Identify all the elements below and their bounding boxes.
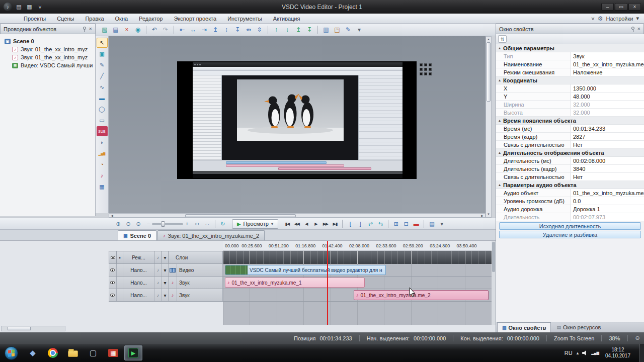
- zoom-selection-icon[interactable]: ⊙: [134, 219, 143, 228]
- menu-item-3[interactable]: Правка: [79, 14, 109, 23]
- language-indicator[interactable]: RU: [565, 350, 573, 356]
- tool-add-sprite-icon[interactable]: ▣: [97, 49, 108, 59]
- maximize-button[interactable]: ▭: [615, 3, 627, 11]
- export-icon[interactable]: ◳: [332, 25, 342, 35]
- align-right-icon[interactable]: ⇥: [199, 25, 209, 35]
- move-up-icon[interactable]: ↑: [271, 25, 281, 35]
- zoom-mode[interactable]: Zoom To Screen: [554, 335, 595, 341]
- status-zoom-out-icon[interactable]: ⊖: [635, 335, 640, 341]
- close-button[interactable]: ×: [628, 3, 641, 11]
- close-icon[interactable]: ×: [89, 26, 92, 32]
- selection-handles[interactable]: [420, 63, 432, 75]
- tab-properties-window[interactable]: ▤Окно свойств: [497, 322, 551, 332]
- align-bottom-icon[interactable]: ↧: [232, 25, 243, 35]
- taskbar-vsdc-icon[interactable]: ▶: [124, 345, 142, 360]
- expand-chevron-icon[interactable]: ▾: [162, 277, 169, 289]
- zoom-slider[interactable]: − +: [147, 221, 189, 227]
- tool-curve-icon[interactable]: ∿: [97, 82, 108, 92]
- settings-menu[interactable]: Настройки: [606, 16, 633, 22]
- tool-pencil-icon[interactable]: ✎: [97, 60, 108, 70]
- selection-handle[interactable]: [420, 72, 423, 75]
- property-value[interactable]: 48.000: [571, 93, 644, 100]
- tool-audio-icon[interactable]: ♪: [97, 170, 108, 180]
- wizard-icon[interactable]: ▧: [100, 25, 110, 35]
- slider-minus-icon[interactable]: −: [147, 221, 150, 227]
- save-project-icon[interactable]: ▦: [26, 4, 33, 10]
- mute-toggle[interactable]: ♪: [154, 277, 162, 289]
- hscroll-thumb[interactable]: [185, 214, 296, 217]
- scroll-left-icon[interactable]: ◀: [109, 214, 115, 217]
- lock-cell[interactable]: [117, 264, 123, 276]
- property-value[interactable]: 3840: [571, 165, 644, 172]
- collapse-icon[interactable]: ▴: [496, 183, 503, 187]
- preview-button[interactable]: ▶ Просмотр ▾: [232, 219, 278, 229]
- timeline-ruler[interactable]: 00.00000:25.60000:51.20001:16.80001:42.4…: [223, 241, 492, 251]
- timeline-hscroll-thumb[interactable]: [8, 327, 31, 330]
- split-and-delete-button[interactable]: Удаление и разбивка: [499, 231, 641, 238]
- property-value[interactable]: Звук: [571, 52, 644, 60]
- network-icon[interactable]: ▂▄▆: [591, 351, 599, 355]
- eye-toggle[interactable]: [109, 264, 117, 276]
- property-value[interactable]: 32.000: [571, 109, 644, 116]
- move-down-icon[interactable]: ↓: [282, 25, 292, 35]
- taskbar-window-app-icon[interactable]: ▢: [84, 345, 102, 360]
- bring-front-icon[interactable]: ↥: [293, 25, 303, 35]
- slideshow-icon[interactable]: ▤: [111, 25, 121, 35]
- scene-properties-icon[interactable]: ▤: [427, 219, 436, 228]
- tree-item-2[interactable]: ♪Звук: 01_the_xx_intro_myz: [0, 53, 95, 61]
- expand-chevron-icon[interactable]: ▾: [162, 289, 169, 301]
- scroll-right-icon[interactable]: ▶: [479, 214, 485, 217]
- eye-toggle[interactable]: [109, 289, 117, 301]
- blend-mode-dropdown[interactable]: Нало...: [123, 264, 154, 276]
- tree-item-scene-root[interactable]: ▣Scene 0: [0, 37, 95, 45]
- tool-line-icon[interactable]: ╱: [97, 71, 108, 81]
- tree-item-3[interactable]: ▦Видео: VSDC Самый лучши: [0, 61, 95, 69]
- eye-toggle[interactable]: [109, 277, 117, 289]
- selection-handle[interactable]: [420, 68, 423, 71]
- align-middle-icon[interactable]: ↕: [221, 25, 231, 35]
- fit-screen-icon[interactable]: ⇔: [203, 219, 212, 228]
- selection-handle[interactable]: [424, 63, 427, 66]
- align-top-icon[interactable]: ↥: [210, 25, 220, 35]
- menu-item-2[interactable]: Сцены: [51, 14, 79, 23]
- timeline-more-icon[interactable]: ▾: [437, 219, 446, 228]
- open-project-icon[interactable]: ▤: [15, 4, 23, 10]
- preview-vscrollbar[interactable]: ▲ ▼: [486, 36, 492, 218]
- timeline-vscroll-thumb[interactable]: [492, 242, 495, 272]
- selection-handle[interactable]: [429, 72, 432, 75]
- selection-end-icon[interactable]: ]: [356, 219, 365, 228]
- tool-cursor-icon[interactable]: ↖: [97, 38, 108, 48]
- tool-chart-icon[interactable]: ▂▅▇: [97, 148, 108, 158]
- swap-icon[interactable]: ⇄: [366, 219, 375, 228]
- categorize-icon[interactable]: ⇅: [498, 35, 507, 43]
- tool-video-icon[interactable]: ▦: [97, 182, 108, 192]
- selection-handle[interactable]: [420, 63, 423, 66]
- selection-start-icon[interactable]: [: [346, 219, 355, 228]
- mute-toggle[interactable]: ♪: [154, 289, 162, 301]
- align-left-icon[interactable]: ⇤: [177, 25, 187, 35]
- vscroll-thumb[interactable]: [487, 42, 491, 102]
- track-lane-2[interactable]: ♪01_the_xx_intro_myzuka.me_1: [223, 277, 492, 289]
- settings-chevron-icon[interactable]: ▾: [636, 15, 639, 22]
- prev-object-icon[interactable]: ◀◀: [292, 219, 301, 228]
- tool-frame-icon[interactable]: ▭: [97, 115, 108, 125]
- undo-icon[interactable]: ↶: [149, 25, 159, 35]
- taskbar-red-app-icon[interactable]: ▦: [104, 345, 122, 360]
- timeline-vscrollbar[interactable]: [492, 241, 496, 325]
- track-lane-3[interactable]: ♪01_the_xx_intro_myzuka.me_2: [223, 289, 492, 302]
- collapse-icon[interactable]: ▴: [496, 46, 503, 50]
- pin-icon[interactable]: [83, 27, 86, 30]
- scroll-up-icon[interactable]: ▲: [487, 37, 490, 42]
- collapse-icon[interactable]: ▴: [496, 151, 503, 155]
- timeline-hscrollbar[interactable]: [1, 326, 65, 331]
- expand-chevron-icon[interactable]: ▾: [162, 264, 169, 276]
- preview-hscrollbar[interactable]: ◀ ▶: [109, 213, 486, 218]
- hidden-icons-icon[interactable]: ▴: [577, 350, 579, 355]
- blend-mode-dropdown[interactable]: Нало...: [123, 289, 154, 301]
- timeline-grid[interactable]: [223, 302, 492, 325]
- go-end-icon[interactable]: ▶▮: [331, 219, 339, 228]
- start-button[interactable]: [5, 346, 18, 360]
- pin-icon[interactable]: [631, 27, 634, 30]
- tool-timer-icon[interactable]: ◔: [97, 159, 108, 169]
- tree-item-1[interactable]: ♪Звук: 01_the_xx_intro_myz: [0, 45, 95, 53]
